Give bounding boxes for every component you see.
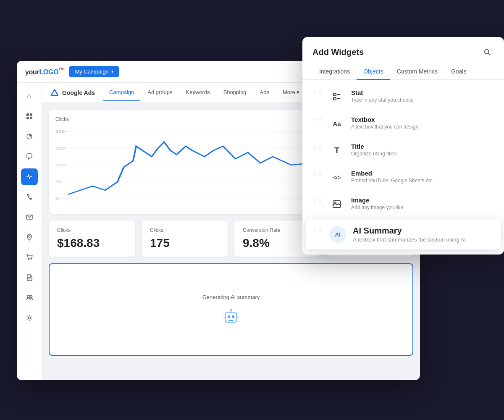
logo-area: yourLOGO™ My Campaign — [25, 66, 119, 77]
grid-icon[interactable] — [21, 108, 38, 125]
tab-more[interactable]: More ▾ — [277, 84, 305, 101]
location-icon[interactable] — [21, 229, 38, 246]
widget-item-ai-summary[interactable]: ⋮⋮ AI AI Summary A textbox that summariz… — [306, 219, 501, 249]
svg-rect-0 — [26, 113, 29, 116]
widget-item-textbox[interactable]: ⋮⋮ Aa Textbox A text box that you can de… — [302, 110, 504, 137]
ai-summary-widget-name: AI Summary — [353, 226, 494, 236]
drag-handle-textbox: ⋮⋮ — [312, 116, 323, 123]
campaign-button[interactable]: My Campaign — [69, 66, 119, 77]
users-icon[interactable] — [21, 289, 38, 306]
settings-icon[interactable] — [21, 310, 38, 326]
chat-icon[interactable] — [21, 148, 38, 165]
metric-card-cost: Clicks $168.83 — [49, 220, 135, 257]
home-icon[interactable]: ⌂ — [21, 88, 38, 105]
widget-item-title[interactable]: ⋮⋮ T Title Organize using titles — [302, 137, 504, 164]
svg-marker-14 — [51, 89, 58, 95]
line-chart-title: Clicks — [55, 116, 341, 122]
drag-handle-ai: ⋮⋮ — [312, 226, 323, 233]
widget-item-image[interactable]: ⋮⋮ Image Add any image you like — [302, 191, 504, 218]
tab-goals[interactable]: Goals — [444, 64, 473, 80]
svg-point-13 — [28, 317, 30, 319]
metric-value-cost: $168.83 — [57, 236, 126, 250]
title-widget-desc: Organize using titles — [351, 151, 494, 157]
panel-tabs: Integrations Objects Custom Metrics Goal… — [302, 64, 504, 80]
drag-handle-stat: ⋮⋮ — [312, 89, 323, 96]
tab-custom-metrics[interactable]: Custom Metrics — [390, 64, 444, 80]
cart-icon[interactable] — [21, 249, 38, 266]
embed-widget-name: Embed — [351, 170, 494, 177]
svg-text:200: 200 — [55, 129, 65, 134]
sidebar: ⌂ — [17, 83, 42, 380]
svg-rect-50 — [333, 97, 336, 100]
ai-summary-generating-text: Generating AI summary — [202, 294, 260, 300]
ads-brand-label: Google Ads — [62, 89, 95, 96]
metric-label-conversion: Conversion Rate — [243, 227, 312, 233]
svg-text:50: 50 — [55, 180, 62, 184]
metric-label-cost: Clicks — [57, 227, 126, 233]
svg-rect-1 — [30, 113, 32, 116]
svg-rect-47 — [333, 93, 336, 96]
svg-text:100: 100 — [55, 163, 65, 167]
logo-text: yourLOGO™ — [25, 67, 64, 76]
svg-point-45 — [485, 50, 489, 54]
stat-icon — [329, 89, 344, 104]
tab-ads[interactable]: Ads — [254, 84, 275, 101]
panel-header: Add Widgets — [302, 37, 504, 59]
image-widget-name: Image — [351, 197, 494, 204]
metric-value-conversion: 9.8% — [243, 236, 312, 250]
svg-line-46 — [488, 53, 490, 55]
metric-label-clicks: Clicks — [150, 227, 219, 233]
drag-handle-embed: ⋮⋮ — [312, 170, 323, 176]
pulse-icon[interactable] — [21, 168, 38, 185]
doc-icon[interactable] — [21, 269, 38, 286]
ai-summary-widget-info: AI Summary A textbox that summarizes the… — [353, 226, 494, 243]
svg-point-11 — [27, 295, 30, 298]
svg-point-8 — [30, 259, 31, 260]
textbox-widget-desc: A text box that you can design — [351, 124, 494, 130]
metric-value-clicks: 175 — [150, 236, 219, 250]
mail-icon[interactable] — [21, 209, 38, 226]
svg-point-42 — [230, 309, 232, 311]
widget-item-embed[interactable]: ⋮⋮ </> Embed Embed YouTube, Google Sheet… — [302, 164, 504, 191]
stat-widget-desc: Type in any stat you choose — [351, 97, 494, 103]
panel-title: Add Widgets — [312, 47, 364, 57]
tab-objects[interactable]: Objects — [357, 64, 390, 80]
svg-text:150: 150 — [55, 146, 65, 150]
tab-campaign[interactable]: Campaign — [103, 84, 140, 101]
embed-icon: </> — [329, 170, 344, 185]
textbox-widget-name: Textbox — [351, 116, 494, 123]
ai-badge: AI — [329, 226, 346, 243]
widget-list: ⋮⋮ Stat Type in any stat you choose ⋮⋮ A… — [302, 80, 504, 255]
svg-point-7 — [28, 259, 29, 260]
embed-widget-desc: Embed YouTube, Google Sheets etc — [351, 178, 494, 184]
tab-adgroups[interactable]: Ad groups — [142, 84, 178, 101]
svg-point-6 — [29, 236, 30, 237]
svg-text:0: 0 — [55, 197, 58, 201]
title-widget-name: Title — [351, 143, 494, 150]
add-widgets-panel: Add Widgets Integrations Objects Custom … — [302, 37, 504, 255]
ads-nav-logo: Google Ads — [50, 89, 95, 97]
google-ads-icon — [50, 89, 59, 97]
image-icon — [329, 197, 344, 212]
widget-item-stat[interactable]: ⋮⋮ Stat Type in any stat you choose — [302, 83, 504, 110]
textbox-widget-info: Textbox A text box that you can design — [351, 116, 494, 130]
panel-search-button[interactable] — [480, 45, 494, 59]
tab-keywords[interactable]: Keywords — [180, 84, 216, 101]
image-widget-info: Image Add any image you like — [351, 197, 494, 210]
svg-point-12 — [30, 296, 32, 298]
stat-widget-name: Stat — [351, 89, 494, 96]
drag-handle-image: ⋮⋮ — [312, 197, 323, 203]
svg-rect-39 — [232, 315, 234, 318]
chart-icon[interactable] — [21, 128, 38, 145]
svg-rect-38 — [228, 315, 230, 318]
stat-widget-info: Stat Type in any stat you choose — [351, 89, 494, 103]
metric-card-clicks: Clicks 175 — [142, 220, 228, 257]
title-icon: T — [329, 143, 344, 158]
textbox-icon: Aa — [329, 116, 344, 131]
embed-widget-info: Embed Embed YouTube, Google Sheets etc — [351, 170, 494, 184]
ai-summary-card: Generating AI summary — [49, 263, 413, 356]
tab-shopping[interactable]: Shopping — [218, 84, 252, 101]
drag-handle-title: ⋮⋮ — [312, 143, 323, 150]
tab-integrations[interactable]: Integrations — [312, 64, 357, 80]
phone-icon[interactable] — [21, 189, 38, 205]
